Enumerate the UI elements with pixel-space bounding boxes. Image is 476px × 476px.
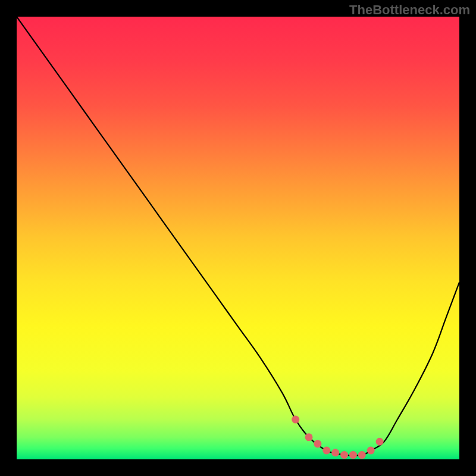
marker-point bbox=[331, 449, 339, 456]
marker-point bbox=[322, 447, 330, 455]
chart-background bbox=[17, 17, 459, 459]
marker-point bbox=[349, 451, 357, 459]
marker-point bbox=[292, 416, 299, 424]
marker-point bbox=[340, 451, 348, 459]
marker-point bbox=[376, 438, 384, 446]
watermark-text: TheBottleneck.com bbox=[349, 2, 470, 18]
marker-point bbox=[367, 447, 375, 455]
marker-point bbox=[314, 440, 321, 447]
marker-point bbox=[305, 433, 313, 441]
marker-point bbox=[358, 451, 366, 459]
chart-plot-area bbox=[17, 17, 459, 459]
chart-svg bbox=[17, 17, 459, 459]
